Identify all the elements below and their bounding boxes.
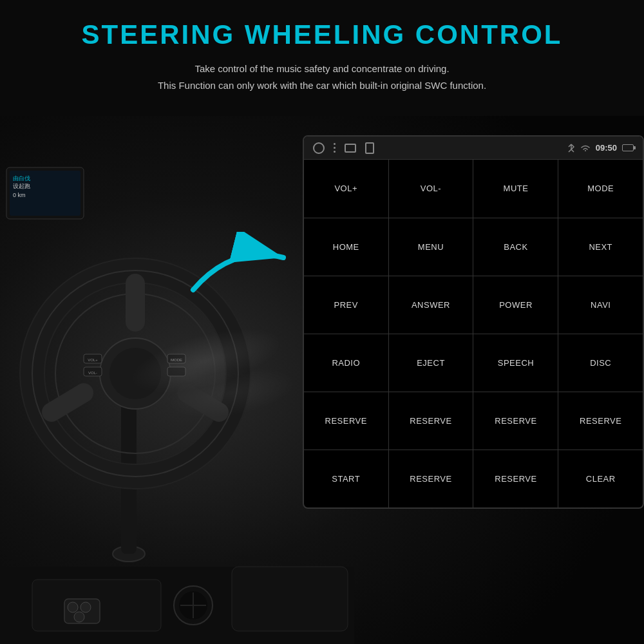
swc-cell-r3-c1[interactable]: EJECT — [388, 334, 473, 392]
svg-rect-32 — [232, 567, 348, 631]
swc-cell-r2-c1[interactable]: ANSWER — [388, 276, 473, 334]
status-bar: 09:50 — [567, 143, 634, 153]
swc-cell-r2-c3[interactable]: NAVI — [558, 276, 643, 334]
svg-point-35 — [80, 602, 91, 612]
swc-cell-r0-c1[interactable]: VOL- — [388, 160, 473, 218]
swc-cell-r1-c1[interactable]: MENU — [388, 218, 473, 276]
swc-cell-r3-c2[interactable]: SPEECH — [473, 334, 558, 392]
swc-cell-r5-c2[interactable]: RESERVE — [473, 450, 558, 507]
swc-cell-r3-c0[interactable]: RADIO — [304, 334, 388, 392]
swc-cell-r3-c3[interactable]: DISC — [558, 334, 643, 392]
swc-cell-r0-c2[interactable]: MUTE — [473, 160, 558, 218]
home-circle-icon — [313, 142, 325, 154]
wifi-icon — [580, 144, 591, 152]
svg-text:0 km: 0 km — [13, 192, 26, 198]
subtitle-line1: Take control of the music safety and con… — [194, 63, 449, 74]
swc-cell-r4-c3[interactable]: RESERVE — [558, 392, 643, 450]
swc-grid: VOL+VOL-MUTEMODEHOMEMENUBACKNEXTPREVANSW… — [304, 160, 643, 507]
swc-table-container: VOL+VOL-MUTEMODEHOMEMENUBACKNEXTPREVANSW… — [304, 160, 643, 507]
svg-text:设起跑: 设起跑 — [13, 183, 30, 189]
card-icon — [365, 142, 374, 154]
bluetooth-icon — [567, 143, 575, 153]
swc-cell-r4-c0[interactable]: RESERVE — [304, 392, 388, 450]
svg-text:VOL+: VOL+ — [88, 358, 98, 362]
swc-cell-r2-c2[interactable]: POWER — [473, 276, 558, 334]
subtitle-text: Take control of the music safety and con… — [39, 61, 605, 93]
swc-cell-r2-c0[interactable]: PREV — [304, 276, 388, 334]
battery-icon — [622, 144, 634, 151]
device-topbar: 09:50 — [304, 137, 643, 160]
swc-cell-r5-c0[interactable]: START — [304, 450, 388, 507]
svg-point-34 — [68, 602, 78, 612]
swc-cell-r4-c2[interactable]: RESERVE — [473, 392, 558, 450]
swc-cell-r4-c1[interactable]: RESERVE — [388, 392, 473, 450]
svg-point-36 — [74, 612, 84, 622]
clock-display: 09:50 — [596, 143, 617, 153]
swc-cell-r5-c1[interactable]: RESERVE — [388, 450, 473, 507]
page-title: STEERING WHEELING CONTROL — [39, 19, 605, 50]
subtitle-line2: This Function can only work with the car… — [158, 80, 486, 91]
menu-dots-icon — [334, 143, 336, 153]
swc-cell-r1-c2[interactable]: BACK — [473, 218, 558, 276]
device-screen: 09:50 VOL+VOL-MUTEMODEHOMEMENUBACKNEXTPR… — [303, 135, 644, 509]
car-background: VOL+ VOL- MODE 由白伐 设起跑 0 km — [0, 116, 644, 644]
svg-text:由白伐: 由白伐 — [13, 175, 30, 182]
swc-cell-r1-c0[interactable]: HOME — [304, 218, 388, 276]
swc-cell-r0-c0[interactable]: VOL+ — [304, 160, 388, 218]
svg-text:VOL-: VOL- — [88, 371, 97, 375]
header-section: STEERING WHEELING CONTROL Take control o… — [0, 0, 644, 106]
swc-cell-r1-c3[interactable]: NEXT — [558, 218, 643, 276]
swc-cell-r0-c3[interactable]: MODE — [558, 160, 643, 218]
screen-icon — [345, 144, 356, 153]
swc-cell-r5-c3[interactable]: CLEAR — [558, 450, 643, 507]
